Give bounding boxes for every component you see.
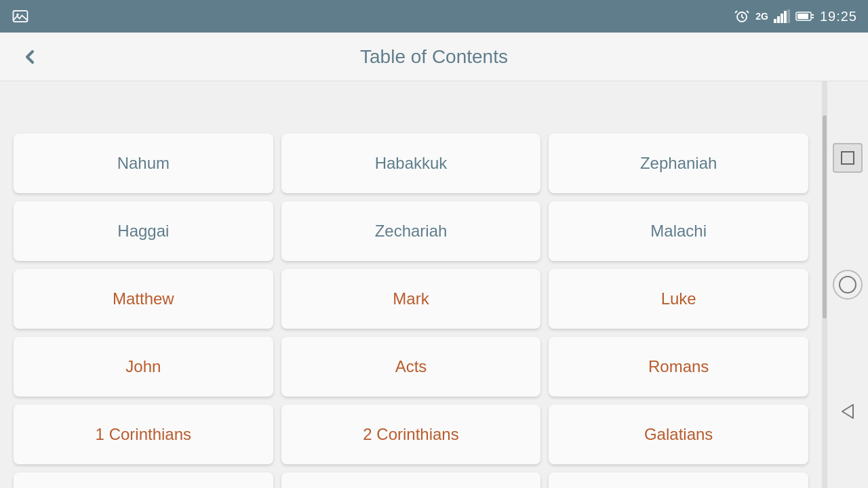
scroll-thumb[interactable] [823,115,827,319]
scroll-track [822,81,827,488]
book-1-corinthians[interactable]: 1 Corinthians [14,405,273,464]
svg-rect-11 [797,14,808,19]
status-time: 19:25 [820,9,857,24]
book-grid: Nahum Habakkuk Zephaniah Haggai Zecharia… [14,88,808,488]
back-arrow-icon [19,46,41,68]
status-bar-left-icons [11,7,30,26]
svg-rect-14 [842,152,854,164]
toolbar: Table of Contents [0,33,868,81]
square-nav-button[interactable] [833,143,863,173]
circle-nav-button[interactable] [833,270,863,300]
book-luke[interactable]: Luke [549,269,808,329]
book-john[interactable]: John [14,337,273,396]
photo-icon [11,7,30,26]
svg-rect-5 [774,19,776,23]
svg-line-3 [735,11,737,13]
list-item[interactable] [14,472,273,488]
page-title: Table of Contents [360,46,508,68]
svg-point-15 [840,277,856,293]
book-romans[interactable]: Romans [549,337,808,396]
book-matthew[interactable]: Matthew [14,269,273,329]
square-icon [840,150,855,165]
svg-rect-7 [781,14,783,23]
list-item[interactable] [549,472,808,488]
svg-line-4 [747,11,749,13]
triangle-back-icon [838,402,857,421]
list-item[interactable] [281,472,541,488]
status-bar: 2G 19:25 [0,0,868,33]
svg-rect-0 [14,11,28,22]
status-bar-right-icons: 2G 19:25 [734,8,857,24]
alarm-icon [734,8,750,24]
svg-rect-6 [777,16,780,23]
signal-2g-label: 2G [755,11,768,22]
main-content[interactable]: Nahum Habakkuk Zephaniah Haggai Zecharia… [0,81,822,488]
book-zechariah[interactable]: Zechariah [281,201,541,261]
book-zephaniah[interactable]: Zephaniah [549,134,808,193]
signal-bars-icon [774,9,790,23]
svg-rect-9 [787,9,790,23]
book-malachi[interactable]: Malachi [549,201,808,261]
book-2-corinthians[interactable]: 2 Corinthians [281,405,541,464]
book-acts[interactable]: Acts [281,337,541,396]
book-mark[interactable]: Mark [281,269,541,329]
back-nav-button[interactable] [833,396,863,426]
svg-marker-16 [842,405,853,418]
book-nahum[interactable]: Nahum [14,134,273,193]
back-button[interactable] [14,41,46,73]
nav-buttons [827,81,868,488]
svg-point-1 [16,14,19,16]
content-wrapper: Nahum Habakkuk Zephaniah Haggai Zecharia… [0,81,868,488]
book-habakkuk[interactable]: Habakkuk [281,134,541,193]
book-galatians[interactable]: Galatians [549,405,808,464]
book-haggai[interactable]: Haggai [14,201,273,261]
battery-icon [795,10,814,22]
circle-icon [837,274,858,295]
svg-rect-8 [784,11,787,23]
